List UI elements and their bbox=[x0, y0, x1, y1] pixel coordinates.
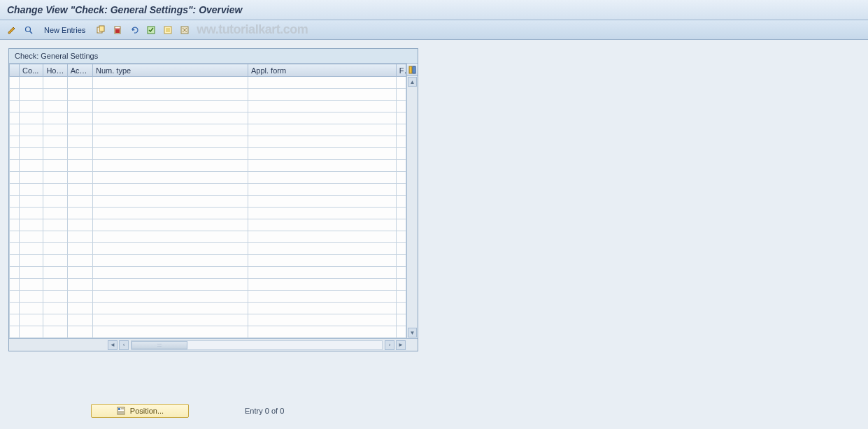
table-cell[interactable] bbox=[20, 279, 43, 291]
table-cell[interactable] bbox=[67, 136, 92, 148]
table-cell[interactable] bbox=[396, 101, 406, 112]
position-button[interactable]: Position... bbox=[91, 404, 189, 418]
table-cell[interactable] bbox=[396, 219, 406, 231]
table-row[interactable] bbox=[10, 291, 406, 303]
row-selector[interactable] bbox=[10, 148, 20, 160]
table-row[interactable] bbox=[10, 326, 406, 338]
table-cell[interactable] bbox=[396, 291, 406, 303]
table-cell[interactable] bbox=[20, 89, 43, 101]
table-cell[interactable] bbox=[396, 148, 406, 160]
table-cell[interactable] bbox=[248, 267, 396, 279]
table-cell[interactable] bbox=[93, 101, 248, 112]
table-cell[interactable] bbox=[67, 303, 92, 314]
table-cell[interactable] bbox=[20, 184, 43, 196]
column-header[interactable]: Acc... bbox=[67, 64, 92, 77]
table-cell[interactable] bbox=[248, 148, 396, 160]
table-cell[interactable] bbox=[396, 279, 406, 291]
row-selector[interactable] bbox=[10, 112, 20, 124]
table-cell[interactable] bbox=[67, 89, 92, 101]
row-selector[interactable] bbox=[10, 279, 20, 291]
table-row[interactable] bbox=[10, 303, 406, 314]
table-cell[interactable] bbox=[396, 89, 406, 101]
row-selector[interactable] bbox=[10, 314, 20, 326]
scroll-down-icon[interactable]: ▼ bbox=[408, 328, 417, 337]
table-cell[interactable] bbox=[248, 136, 396, 148]
table-cell[interactable] bbox=[248, 160, 396, 172]
table-cell[interactable] bbox=[248, 112, 396, 124]
row-selector[interactable] bbox=[10, 326, 20, 338]
table-cell[interactable] bbox=[248, 255, 396, 267]
row-selector[interactable] bbox=[10, 231, 20, 243]
table-cell[interactable] bbox=[396, 124, 406, 136]
table-cell[interactable] bbox=[248, 124, 396, 136]
deselect-all-icon[interactable] bbox=[178, 24, 191, 36]
row-selector[interactable] bbox=[10, 303, 20, 314]
table-cell[interactable] bbox=[248, 101, 396, 112]
table-cell[interactable] bbox=[20, 160, 43, 172]
table-cell[interactable] bbox=[67, 279, 92, 291]
table-cell[interactable] bbox=[43, 243, 67, 255]
table-cell[interactable] bbox=[93, 89, 248, 101]
table-row[interactable] bbox=[10, 243, 406, 255]
toggle-display-change-icon[interactable] bbox=[6, 24, 18, 36]
table-row[interactable] bbox=[10, 255, 406, 267]
table-cell[interactable] bbox=[43, 101, 67, 112]
table-cell[interactable] bbox=[67, 184, 92, 196]
table-cell[interactable] bbox=[67, 77, 92, 89]
table-cell[interactable] bbox=[396, 77, 406, 89]
table-cell[interactable] bbox=[20, 196, 43, 208]
table-cell[interactable] bbox=[20, 303, 43, 314]
table-cell[interactable] bbox=[43, 196, 67, 208]
table-cell[interactable] bbox=[43, 148, 67, 160]
select-all-icon[interactable] bbox=[145, 24, 157, 36]
table-cell[interactable] bbox=[396, 326, 406, 338]
table-cell[interactable] bbox=[20, 124, 43, 136]
table-cell[interactable] bbox=[93, 136, 248, 148]
table-cell[interactable] bbox=[20, 243, 43, 255]
table-row[interactable] bbox=[10, 77, 406, 89]
table-cell[interactable] bbox=[67, 101, 92, 112]
row-selector[interactable] bbox=[10, 89, 20, 101]
table-cell[interactable] bbox=[93, 326, 248, 338]
table-cell[interactable] bbox=[20, 291, 43, 303]
column-header[interactable]: Co... bbox=[20, 64, 43, 77]
scroll-up-icon[interactable]: ▲ bbox=[408, 77, 417, 87]
table-cell[interactable] bbox=[43, 279, 67, 291]
table-cell[interactable] bbox=[20, 208, 43, 219]
vertical-scrollbar[interactable]: ▲ ▼ bbox=[406, 64, 418, 338]
table-cell[interactable] bbox=[67, 219, 92, 231]
table-cell[interactable] bbox=[248, 172, 396, 184]
table-cell[interactable] bbox=[396, 196, 406, 208]
table-cell[interactable] bbox=[20, 136, 43, 148]
row-selector-header[interactable] bbox=[10, 64, 20, 77]
table-row[interactable] bbox=[10, 101, 406, 112]
table-cell[interactable] bbox=[67, 267, 92, 279]
table-cell[interactable] bbox=[20, 172, 43, 184]
table-cell[interactable] bbox=[93, 219, 248, 231]
table-cell[interactable] bbox=[93, 267, 248, 279]
table-cell[interactable] bbox=[67, 196, 92, 208]
table-row[interactable] bbox=[10, 184, 406, 196]
table-cell[interactable] bbox=[20, 112, 43, 124]
configure-columns-icon[interactable] bbox=[407, 64, 418, 76]
table-cell[interactable] bbox=[93, 208, 248, 219]
table-cell[interactable] bbox=[93, 184, 248, 196]
table-cell[interactable] bbox=[20, 314, 43, 326]
table-cell[interactable] bbox=[67, 231, 92, 243]
row-selector[interactable] bbox=[10, 219, 20, 231]
table-cell[interactable] bbox=[93, 172, 248, 184]
copy-as-icon[interactable] bbox=[94, 24, 107, 36]
table-cell[interactable] bbox=[93, 243, 248, 255]
table-cell[interactable] bbox=[20, 255, 43, 267]
table-cell[interactable] bbox=[248, 89, 396, 101]
table-cell[interactable] bbox=[396, 208, 406, 219]
table-cell[interactable] bbox=[67, 172, 92, 184]
scroll-right-last-icon[interactable]: ► bbox=[396, 340, 406, 350]
table-cell[interactable] bbox=[396, 231, 406, 243]
table-row[interactable] bbox=[10, 112, 406, 124]
table-cell[interactable] bbox=[396, 184, 406, 196]
find-icon[interactable] bbox=[22, 24, 35, 36]
hscroll-track[interactable]: ::: bbox=[131, 340, 383, 350]
column-header[interactable]: Appl. form bbox=[248, 64, 396, 77]
column-header[interactable]: F bbox=[396, 64, 406, 77]
